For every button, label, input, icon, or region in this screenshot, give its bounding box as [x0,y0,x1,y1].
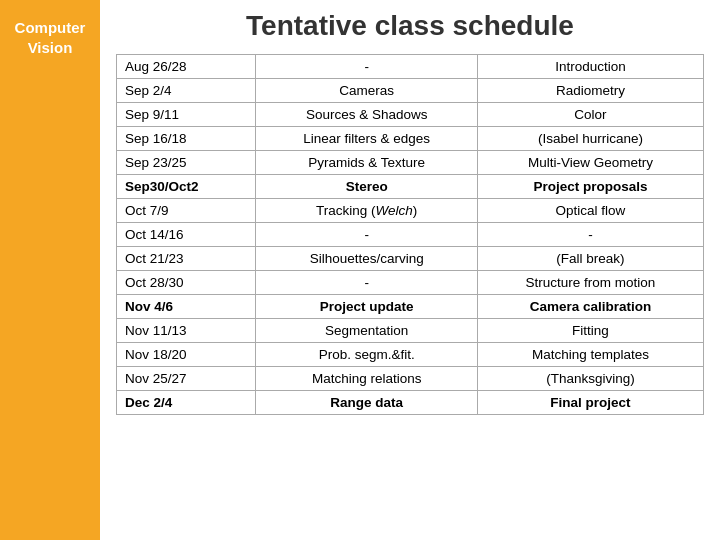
cell-date: Oct 21/23 [117,247,256,271]
table-row: Oct 28/30-Structure from motion [117,271,704,295]
cell-date: Dec 2/4 [117,391,256,415]
cell-date: Nov 11/13 [117,319,256,343]
table-row: Nov 25/27Matching relations(Thanksgiving… [117,367,704,391]
cell-topic2: Sources & Shadows [256,103,477,127]
table-row: Nov 18/20Prob. segm.&fit.Matching templa… [117,343,704,367]
cell-topic2: Silhouettes/carving [256,247,477,271]
table-row: Sep 16/18Linear filters & edges(Isabel h… [117,127,704,151]
cell-date: Oct 7/9 [117,199,256,223]
cell-topic2: - [256,271,477,295]
cell-date: Sep 23/25 [117,151,256,175]
table-row: Oct 14/16-- [117,223,704,247]
sidebar-title: ComputerVision [15,18,86,57]
cell-date: Nov 18/20 [117,343,256,367]
table-row: Sep 23/25Pyramids & TextureMulti-View Ge… [117,151,704,175]
table-row: Nov 4/6Project updateCamera calibration [117,295,704,319]
cell-topic3: Matching templates [477,343,703,367]
cell-topic2: Tracking (Welch) [256,199,477,223]
cell-topic2: Cameras [256,79,477,103]
cell-topic2: - [256,55,477,79]
table-row: Sep30/Oct2StereoProject proposals [117,175,704,199]
table-row: Sep 9/11Sources & ShadowsColor [117,103,704,127]
cell-date: Nov 4/6 [117,295,256,319]
cell-topic2: Matching relations [256,367,477,391]
cell-date: Oct 28/30 [117,271,256,295]
cell-date: Sep30/Oct2 [117,175,256,199]
table-row: Aug 26/28-Introduction [117,55,704,79]
cell-topic2: Project update [256,295,477,319]
cell-topic3: (Thanksgiving) [477,367,703,391]
sidebar: ComputerVision [0,0,100,540]
table-row: Nov 11/13SegmentationFitting [117,319,704,343]
cell-topic2: Segmentation [256,319,477,343]
cell-topic3: Camera calibration [477,295,703,319]
cell-topic2: Stereo [256,175,477,199]
page-title: Tentative class schedule [116,10,704,42]
cell-date: Sep 9/11 [117,103,256,127]
cell-topic2: Linear filters & edges [256,127,477,151]
cell-topic3: Structure from motion [477,271,703,295]
cell-topic3: (Isabel hurricane) [477,127,703,151]
cell-topic3: - [477,223,703,247]
cell-topic3: Fitting [477,319,703,343]
cell-topic3: Multi-View Geometry [477,151,703,175]
cell-topic2: Prob. segm.&fit. [256,343,477,367]
cell-topic3: Final project [477,391,703,415]
cell-topic3: (Fall break) [477,247,703,271]
schedule-table: Aug 26/28-IntroductionSep 2/4CamerasRadi… [116,54,704,415]
cell-topic3: Introduction [477,55,703,79]
cell-topic3: Radiometry [477,79,703,103]
table-row: Oct 7/9Tracking (Welch)Optical flow [117,199,704,223]
cell-date: Aug 26/28 [117,55,256,79]
table-row: Sep 2/4CamerasRadiometry [117,79,704,103]
cell-topic2: - [256,223,477,247]
cell-date: Oct 14/16 [117,223,256,247]
cell-date: Sep 2/4 [117,79,256,103]
table-row: Oct 21/23Silhouettes/carving(Fall break) [117,247,704,271]
cell-topic2: Pyramids & Texture [256,151,477,175]
cell-topic3: Color [477,103,703,127]
main-content: Tentative class schedule Aug 26/28-Intro… [100,0,720,540]
cell-topic2: Range data [256,391,477,415]
cell-date: Sep 16/18 [117,127,256,151]
table-row: Dec 2/4Range dataFinal project [117,391,704,415]
cell-topic3: Optical flow [477,199,703,223]
cell-topic3: Project proposals [477,175,703,199]
cell-date: Nov 25/27 [117,367,256,391]
